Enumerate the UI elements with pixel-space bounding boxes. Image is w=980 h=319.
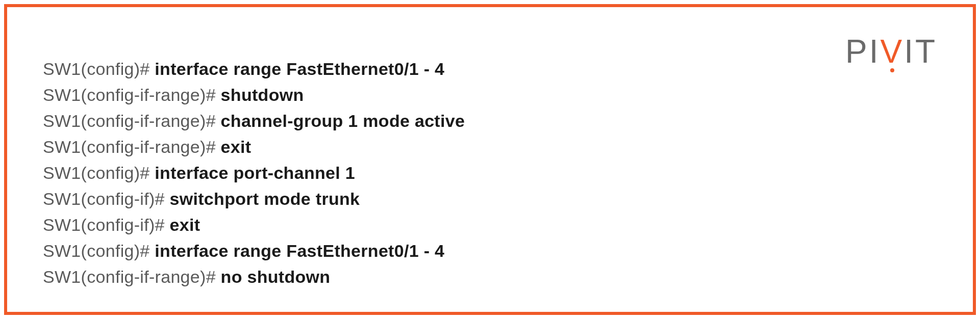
cli-command: shutdown [221, 85, 304, 104]
cli-command: channel-group 1 mode active [221, 111, 465, 130]
cli-prompt: SW1(config-if-range)# [43, 85, 221, 104]
cli-prompt: SW1(config-if)# [43, 215, 170, 234]
cli-prompt: SW1(config-if-range)# [43, 267, 221, 286]
cli-line: SW1(config)# interface port-channel 1 [43, 160, 937, 186]
cli-command: switchport mode trunk [170, 189, 360, 208]
cli-prompt: SW1(config-if)# [43, 189, 170, 208]
pivit-logo: P I V I T [845, 33, 937, 70]
cli-prompt: SW1(config-if-range)# [43, 137, 221, 156]
logo-letter-t: T [915, 33, 937, 70]
cli-line: SW1(config-if)# exit [43, 212, 937, 238]
cli-prompt: SW1(config)# [43, 241, 155, 260]
cli-line: SW1(config)# interface range FastEtherne… [43, 56, 937, 82]
cli-line: SW1(config-if-range)# channel-group 1 mo… [43, 108, 937, 134]
cli-line: SW1(config-if)# switchport mode trunk [43, 186, 937, 212]
cli-line: SW1(config-if-range)# shutdown [43, 82, 937, 108]
cli-command: interface range FastEthernet0/1 - 4 [155, 241, 444, 260]
cli-prompt: SW1(config)# [43, 163, 155, 182]
cli-line: SW1(config-if-range)# no shutdown [43, 264, 937, 290]
logo-letter-p: P [845, 33, 869, 70]
logo-letter-v-accent: V [880, 33, 904, 70]
cli-line: SW1(config)# interface range FastEtherne… [43, 238, 937, 264]
logo-letter-v: V [880, 33, 904, 70]
cli-command: interface range FastEthernet0/1 - 4 [155, 59, 444, 78]
cli-line: SW1(config-if-range)# exit [43, 134, 937, 160]
logo-letter-i: I [869, 33, 881, 70]
cli-command: no shutdown [221, 267, 331, 286]
cli-command: exit [170, 215, 200, 234]
bordered-frame: P I V I T SW1(config)# interface range F… [4, 4, 976, 315]
logo-accent-dot-icon [890, 68, 894, 72]
logo-letter-i-right: I [904, 33, 915, 70]
cli-prompt: SW1(config)# [43, 59, 155, 78]
cli-command: exit [221, 137, 252, 156]
cli-prompt: SW1(config-if-range)# [43, 111, 221, 130]
cli-command: interface port-channel 1 [155, 163, 355, 182]
cli-output-block: SW1(config)# interface range FastEtherne… [43, 56, 937, 290]
